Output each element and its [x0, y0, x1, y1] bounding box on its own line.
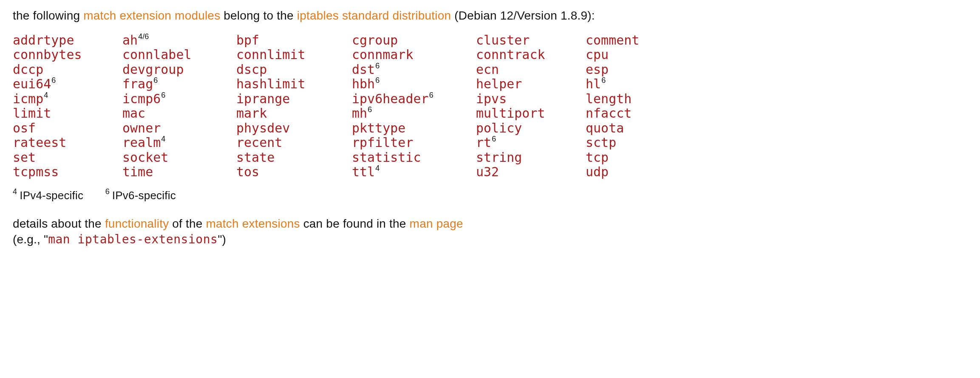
- module-hashlimit[interactable]: hashlimit: [236, 77, 352, 92]
- module-name: rpfilter: [352, 135, 414, 150]
- module-name: dscp: [236, 62, 267, 77]
- module-name: cluster: [476, 33, 530, 48]
- module-sup: 6: [51, 76, 56, 85]
- module-tcp[interactable]: tcp: [586, 150, 967, 165]
- module-name: quota: [586, 121, 624, 136]
- module-esp[interactable]: esp: [586, 62, 967, 77]
- module-eui64[interactable]: eui646: [13, 77, 122, 92]
- module-name: iprange: [236, 92, 290, 107]
- module-physdev[interactable]: physdev: [236, 121, 352, 136]
- module-tos[interactable]: tos: [236, 165, 352, 180]
- module-ipv6header[interactable]: ipv6header6: [352, 92, 476, 107]
- module-icmp[interactable]: icmp4: [13, 92, 122, 107]
- module-dst[interactable]: dst6: [352, 62, 476, 77]
- module-name: cgroup: [352, 33, 398, 48]
- module-string[interactable]: string: [476, 150, 586, 165]
- link-man-page[interactable]: man page: [410, 217, 463, 230]
- module-frag[interactable]: frag6: [122, 77, 236, 92]
- module-sup: 6: [492, 135, 496, 144]
- module-socket[interactable]: socket: [122, 150, 236, 165]
- module-sup: 6: [375, 76, 380, 85]
- module-hl[interactable]: hl6: [586, 77, 967, 92]
- module-rt[interactable]: rt6: [476, 135, 586, 150]
- module-devgroup[interactable]: devgroup: [122, 62, 236, 77]
- man-command: man iptables-extensions: [48, 232, 218, 246]
- module-osf[interactable]: osf: [13, 121, 122, 136]
- module-connmark[interactable]: connmark: [352, 48, 476, 62]
- link-functionality[interactable]: functionality: [105, 217, 169, 230]
- module-name: ecn: [476, 62, 499, 77]
- module-name: pkttype: [352, 121, 405, 136]
- module-mark[interactable]: mark: [236, 106, 352, 121]
- module-name: osf: [13, 121, 36, 136]
- module-name: addrtype: [13, 33, 74, 48]
- footer-line-2: (e.g., "man iptables-extensions"): [13, 231, 967, 248]
- module-connlimit[interactable]: connlimit: [236, 48, 352, 62]
- module-bpf[interactable]: bpf: [236, 33, 352, 48]
- module-udp[interactable]: udp: [586, 165, 967, 180]
- link-match-extension-modules[interactable]: match extension modules: [83, 9, 220, 22]
- module-dccp[interactable]: dccp: [13, 62, 122, 77]
- module-multiport[interactable]: multiport: [476, 106, 586, 121]
- footer-mid1: of the: [169, 217, 206, 230]
- legend-ipv6-text: IPv6-specific: [112, 189, 176, 201]
- module-name: nfacct: [586, 106, 632, 121]
- module-ipvs[interactable]: ipvs: [476, 92, 586, 107]
- module-u32[interactable]: u32: [476, 165, 586, 180]
- module-dscp[interactable]: dscp: [236, 62, 352, 77]
- module-limit[interactable]: limit: [13, 106, 122, 121]
- module-iprange[interactable]: iprange: [236, 92, 352, 107]
- module-quota[interactable]: quota: [586, 121, 967, 136]
- module-helper[interactable]: helper: [476, 77, 586, 92]
- module-policy[interactable]: policy: [476, 121, 586, 136]
- module-name: limit: [13, 106, 51, 121]
- module-name: statistic: [352, 150, 421, 165]
- module-cgroup[interactable]: cgroup: [352, 33, 476, 48]
- module-name: realm: [122, 135, 161, 150]
- footer-line2-prefix: (e.g., ": [13, 233, 48, 246]
- module-name: rateest: [13, 135, 66, 150]
- module-recent[interactable]: recent: [236, 135, 352, 150]
- module-sctp[interactable]: sctp: [586, 135, 967, 150]
- module-comment[interactable]: comment: [586, 33, 967, 48]
- module-connlabel[interactable]: connlabel: [122, 48, 236, 62]
- module-owner[interactable]: owner: [122, 121, 236, 136]
- link-match-extensions[interactable]: match extensions: [206, 217, 300, 230]
- module-time[interactable]: time: [122, 165, 236, 180]
- module-realm[interactable]: realm4: [122, 135, 236, 150]
- module-sup: 4/6: [138, 32, 149, 41]
- intro-line: the following match extension modules be…: [13, 8, 967, 24]
- module-state[interactable]: state: [236, 150, 352, 165]
- module-statistic[interactable]: statistic: [352, 150, 476, 165]
- module-icmp6[interactable]: icmp66: [122, 92, 236, 107]
- module-name: icmp6: [122, 92, 161, 107]
- module-length[interactable]: length: [586, 92, 967, 107]
- module-name: devgroup: [122, 62, 184, 77]
- module-name: mark: [236, 106, 267, 121]
- module-pkttype[interactable]: pkttype: [352, 121, 476, 136]
- module-ah[interactable]: ah4/6: [122, 33, 236, 48]
- module-addrtype[interactable]: addrtype: [13, 33, 122, 48]
- module-name: icmp: [13, 92, 43, 107]
- module-name: physdev: [236, 121, 290, 136]
- module-name: tcp: [586, 150, 609, 165]
- module-rpfilter[interactable]: rpfilter: [352, 135, 476, 150]
- module-name: policy: [476, 121, 522, 136]
- module-connbytes[interactable]: connbytes: [13, 48, 122, 62]
- link-iptables-standard-distribution[interactable]: iptables standard distribution: [297, 9, 451, 22]
- module-tcpmss[interactable]: tcpmss: [13, 165, 122, 180]
- module-mac[interactable]: mac: [122, 106, 236, 121]
- module-set[interactable]: set: [13, 150, 122, 165]
- module-ecn[interactable]: ecn: [476, 62, 586, 77]
- module-hbh[interactable]: hbh6: [352, 77, 476, 92]
- module-name: u32: [476, 165, 499, 180]
- module-rateest[interactable]: rateest: [13, 135, 122, 150]
- module-name: esp: [586, 62, 609, 77]
- module-cpu[interactable]: cpu: [586, 48, 967, 62]
- module-nfacct[interactable]: nfacct: [586, 106, 967, 121]
- module-ttl[interactable]: ttl4: [352, 165, 476, 180]
- module-conntrack[interactable]: conntrack: [476, 48, 586, 62]
- module-name: connbytes: [13, 48, 82, 62]
- module-cluster[interactable]: cluster: [476, 33, 586, 48]
- module-mh[interactable]: mh6: [352, 106, 476, 121]
